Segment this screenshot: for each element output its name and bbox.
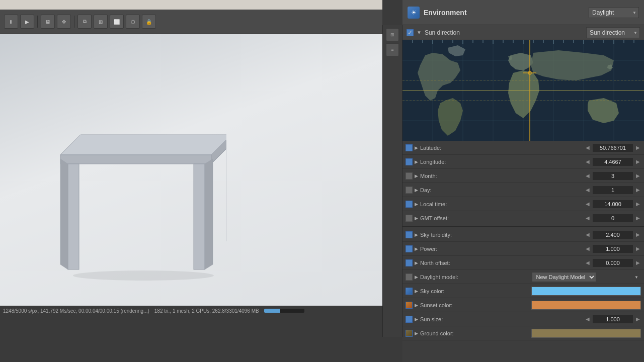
longitude-row: ▶ Longitude: ◀ 4.4667 ▶ bbox=[403, 155, 644, 169]
save-button[interactable]: ⬡ bbox=[126, 15, 140, 29]
power-value[interactable]: 1.000 bbox=[593, 245, 633, 253]
month-check[interactable] bbox=[406, 172, 413, 179]
power-row: ▶ Power: ◀ 1.000 ▶ bbox=[403, 242, 644, 256]
ground-color-expand[interactable]: ▶ bbox=[415, 331, 418, 336]
sky-turbidity-left-arrow[interactable]: ◀ bbox=[585, 232, 591, 237]
north-offset-value[interactable]: 0.000 bbox=[593, 259, 633, 267]
daylight-model-select[interactable]: New Daylight Model Old Daylight Model bbox=[532, 272, 596, 282]
longitude-value[interactable]: 4.4667 bbox=[593, 158, 633, 166]
local-time-check[interactable] bbox=[406, 201, 413, 208]
longitude-check[interactable] bbox=[406, 158, 413, 165]
lock-button[interactable]: 🔒 bbox=[142, 15, 156, 29]
north-offset-label: North offset: bbox=[420, 260, 583, 266]
viewport[interactable] bbox=[0, 34, 382, 306]
daylight-model-check[interactable] bbox=[406, 274, 413, 281]
transform-button[interactable]: ✥ bbox=[57, 15, 71, 29]
north-offset-check[interactable] bbox=[406, 259, 413, 266]
power-check[interactable] bbox=[406, 245, 413, 252]
environment-type-select[interactable]: Daylight HDRI Physical Sky Solid Color bbox=[589, 7, 639, 18]
sunset-color-check[interactable] bbox=[406, 302, 413, 309]
sidebar-icon-1[interactable]: ⊞ bbox=[386, 28, 399, 41]
sun-size-row: ▶ Sun size: ◀ 1.000 ▶ bbox=[403, 312, 644, 326]
day-left-arrow[interactable]: ◀ bbox=[585, 187, 591, 193]
sunset-color-row: ▶ Sunset color: bbox=[403, 298, 644, 312]
sky-color-expand[interactable]: ▶ bbox=[415, 289, 418, 294]
sun-size-expand[interactable]: ▶ bbox=[415, 317, 418, 322]
sky-turbidity-right-arrow[interactable]: ▶ bbox=[635, 232, 641, 237]
latitude-left-arrow[interactable]: ◀ bbox=[585, 145, 591, 150]
power-right-arrow[interactable]: ▶ bbox=[635, 246, 641, 251]
month-expand[interactable]: ▶ bbox=[415, 173, 418, 178]
sun-direction-collapse[interactable]: ▼ bbox=[417, 30, 422, 35]
sun-size-check[interactable] bbox=[406, 316, 413, 323]
sky-color-label: Sky color: bbox=[420, 288, 529, 294]
month-right-arrow[interactable]: ▶ bbox=[635, 173, 641, 178]
sun-size-left-arrow[interactable]: ◀ bbox=[585, 316, 591, 322]
month-row: ▶ Month: ◀ 3 ▶ bbox=[403, 169, 644, 183]
sky-color-check[interactable] bbox=[406, 288, 413, 295]
local-time-value[interactable]: 14.000 bbox=[593, 200, 633, 208]
local-time-left-arrow[interactable]: ◀ bbox=[585, 201, 591, 207]
render-button[interactable]: ⬜ bbox=[110, 15, 124, 29]
latitude-row: ▶ Latitude: ◀ 50.766701 ▶ bbox=[403, 141, 644, 155]
sun-direction-check[interactable]: ✓ bbox=[407, 29, 414, 36]
sun-direction-select[interactable]: Sun direction Fixed direction bbox=[586, 27, 640, 38]
svg-rect-3 bbox=[68, 164, 79, 269]
pause-button[interactable]: ⏸ bbox=[4, 15, 18, 29]
sky-turbidity-expand[interactable]: ▶ bbox=[415, 232, 418, 237]
ground-color-check[interactable] bbox=[406, 330, 413, 337]
svg-marker-6 bbox=[205, 159, 213, 269]
world-map[interactable] bbox=[403, 40, 644, 141]
sky-turbidity-check[interactable] bbox=[406, 231, 413, 238]
latitude-expand[interactable]: ▶ bbox=[415, 145, 418, 150]
day-check[interactable] bbox=[406, 187, 413, 194]
local-time-row: ▶ Local time: ◀ 14.000 ▶ bbox=[403, 197, 644, 211]
environment-icon: ☀ bbox=[408, 7, 420, 19]
sun-direction-dropdown-wrap[interactable]: Sun direction Fixed direction bbox=[586, 27, 640, 38]
gmt-offset-right-arrow[interactable]: ▶ bbox=[635, 215, 641, 221]
north-offset-expand[interactable]: ▶ bbox=[415, 260, 418, 265]
sunset-color-swatch[interactable] bbox=[531, 301, 641, 310]
latitude-right-arrow[interactable]: ▶ bbox=[635, 145, 641, 150]
latitude-check[interactable] bbox=[406, 144, 413, 151]
daylight-model-expand[interactable]: ▶ bbox=[415, 275, 418, 280]
gmt-offset-expand[interactable]: ▶ bbox=[415, 216, 418, 221]
longitude-expand[interactable]: ▶ bbox=[415, 159, 418, 164]
gmt-offset-check[interactable] bbox=[406, 215, 413, 222]
month-label: Month: bbox=[420, 173, 583, 179]
sidebar-icon-2[interactable]: ≡ bbox=[386, 43, 399, 56]
gmt-offset-value[interactable]: 0 bbox=[593, 214, 633, 222]
daylight-model-dropdown-wrap[interactable]: New Daylight Model Old Daylight Model bbox=[532, 272, 641, 282]
play-button[interactable]: ▶ bbox=[20, 15, 34, 29]
north-offset-right-arrow[interactable]: ▶ bbox=[635, 260, 641, 265]
sky-color-row: ▶ Sky color: bbox=[403, 284, 644, 298]
sunset-color-expand[interactable]: ▶ bbox=[415, 303, 418, 308]
sun-size-right-arrow[interactable]: ▶ bbox=[635, 316, 641, 322]
sky-color-swatch[interactable] bbox=[531, 287, 641, 296]
latitude-value[interactable]: 50.766701 bbox=[593, 144, 633, 152]
environment-type-dropdown-wrap[interactable]: Daylight HDRI Physical Sky Solid Color bbox=[589, 7, 639, 18]
power-expand[interactable]: ▶ bbox=[415, 246, 418, 251]
local-time-right-arrow[interactable]: ▶ bbox=[635, 201, 641, 207]
sky-turbidity-value[interactable]: 2.400 bbox=[593, 231, 633, 239]
day-value[interactable]: 1 bbox=[593, 186, 633, 194]
longitude-right-arrow[interactable]: ▶ bbox=[635, 159, 641, 164]
month-left-arrow[interactable]: ◀ bbox=[585, 173, 591, 178]
ground-color-swatch[interactable] bbox=[531, 329, 641, 338]
month-value[interactable]: 3 bbox=[593, 172, 633, 180]
north-offset-left-arrow[interactable]: ◀ bbox=[585, 260, 591, 265]
camera-button[interactable]: 🖥 bbox=[41, 15, 55, 29]
gmt-offset-row: ▶ GMT offset: ◀ 0 ▶ bbox=[403, 211, 644, 225]
table-3d bbox=[45, 110, 226, 281]
svg-marker-0 bbox=[60, 135, 226, 155]
right-panel: ☀ Environment Daylight HDRI Physical Sky… bbox=[403, 0, 644, 362]
copy-button[interactable]: ⧉ bbox=[77, 15, 92, 29]
power-left-arrow[interactable]: ◀ bbox=[585, 246, 591, 251]
day-right-arrow[interactable]: ▶ bbox=[635, 187, 641, 193]
local-time-expand[interactable]: ▶ bbox=[415, 202, 418, 207]
day-expand[interactable]: ▶ bbox=[415, 188, 418, 193]
gmt-offset-left-arrow[interactable]: ◀ bbox=[585, 215, 591, 221]
sun-size-value[interactable]: 1.000 bbox=[593, 315, 633, 323]
paste-button[interactable]: ⊞ bbox=[94, 15, 108, 29]
longitude-left-arrow[interactable]: ◀ bbox=[585, 159, 591, 164]
